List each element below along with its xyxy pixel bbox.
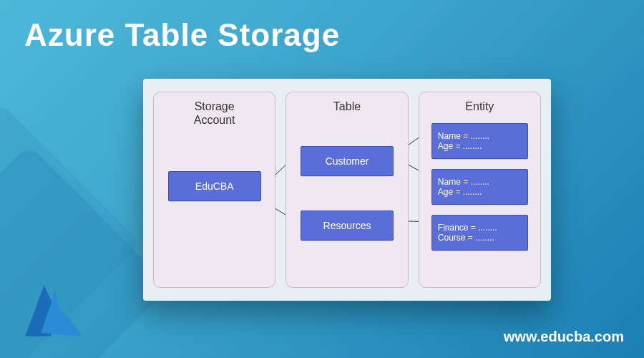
entity-property: Name = ........ <box>438 177 489 187</box>
node-table-resources: Resources <box>301 211 394 241</box>
entity-property: Name = ........ <box>438 131 489 141</box>
azure-logo-icon <box>21 282 86 339</box>
node-storage-account: EduCBA <box>168 171 261 201</box>
entity-property: Course = ........ <box>438 233 494 243</box>
column-header: Storage Account <box>194 100 235 127</box>
node-entity: Name = ........ Age = ........ <box>431 169 528 205</box>
entity-property: Age = ........ <box>438 187 482 197</box>
column-table: Table Customer Resources <box>286 92 408 288</box>
column-entity: Entity Name = ........ Age = ........ Na… <box>419 92 541 288</box>
diagram-card: Storage Account EduCBA Table Customer Re… <box>143 79 551 301</box>
column-storage-account: Storage Account EduCBA <box>153 92 275 288</box>
node-entity: Finance = ........ Course = ........ <box>431 215 528 251</box>
column-header: Entity <box>465 100 494 113</box>
node-table-customer: Customer <box>301 146 394 176</box>
node-entity: Name = ........ Age = ........ <box>431 123 528 159</box>
site-url: www.educba.com <box>504 329 624 345</box>
column-header: Table <box>333 100 361 113</box>
entity-property: Age = ........ <box>438 141 482 151</box>
page-title: Azure Table Storage <box>24 17 340 53</box>
entity-property: Finance = ........ <box>438 223 497 233</box>
